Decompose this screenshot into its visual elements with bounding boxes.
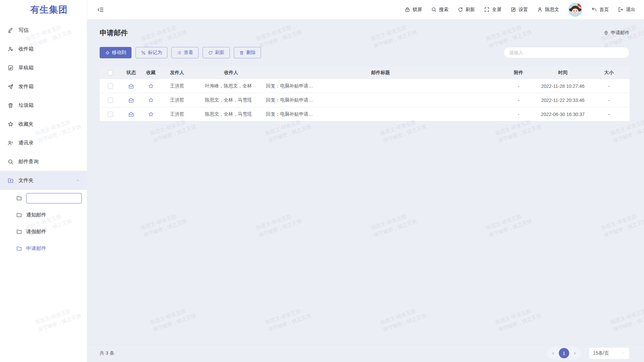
user-avatar[interactable]: [568, 3, 582, 17]
cell-favorite: [141, 93, 161, 107]
prev-page-button[interactable]: [549, 347, 557, 359]
table-row[interactable]: 王洪哲陈思文，全林，马雪瑶回复：电脑补贴申请…-2022-11-22 20:33…: [100, 93, 630, 107]
sidebar-item-contacts[interactable]: 通讯录: [0, 133, 87, 152]
breadcrumb-label: 申请邮件: [611, 30, 630, 36]
column-header-recipients: 收件人: [201, 66, 261, 79]
sidebar-item-compose[interactable]: 写信: [0, 21, 87, 40]
cell-time: 2022-11-28 10:27:46: [537, 79, 588, 93]
row-checkbox[interactable]: [108, 112, 113, 117]
folder-tree-item-label: 请假邮件: [26, 229, 46, 235]
row-checkbox[interactable]: [108, 83, 113, 89]
row-checkbox[interactable]: [108, 98, 113, 103]
home-button[interactable]: 首页: [591, 7, 609, 13]
lock-screen-button[interactable]: 锁屏: [405, 7, 422, 13]
search-input[interactable]: [503, 47, 630, 58]
inbox-icon: [7, 46, 14, 52]
sidebar-item-label: 文件夹: [18, 177, 34, 184]
folder-tree-item-folder-leave[interactable]: 请假邮件: [0, 223, 87, 240]
cell-attachment: -: [500, 79, 537, 93]
sidebar-item-favorites[interactable]: 收藏夹: [0, 115, 87, 133]
column-header-favorite: 收藏: [141, 66, 161, 79]
logout-button[interactable]: 退出: [618, 7, 635, 13]
favorite-star-icon[interactable]: [148, 83, 154, 89]
favorite-star-icon[interactable]: [148, 97, 154, 103]
sidebar-item-label: 写信: [18, 27, 29, 34]
chevron-down-icon: [621, 351, 625, 355]
sidebar-item-label: 通讯录: [18, 140, 34, 146]
table-row[interactable]: 王洪哲叶海峰，陈思文，全林回复：电脑补贴申请…-2022-11-28 10:27…: [100, 79, 630, 93]
folder-icon: [16, 212, 22, 218]
delete-button[interactable]: 删除: [234, 47, 261, 58]
refresh-list-button[interactable]: 刷新: [203, 47, 230, 58]
search-icon: [431, 7, 437, 12]
cell-favorite: [141, 79, 161, 93]
sidebar-item-inbox[interactable]: 收件箱: [0, 40, 87, 58]
collapse-menu-icon[interactable]: [97, 6, 104, 13]
cell-subject: 回复：电脑补贴申请…: [261, 79, 500, 93]
column-header-size: 大小: [588, 66, 630, 79]
home-label: 首页: [599, 7, 609, 13]
move-to-label: 移动到: [112, 50, 126, 56]
table-row[interactable]: 王洪哲陈思文，全林，马雪瑶回复：电脑补贴申请…-2022-06-30 16:30…: [100, 107, 630, 121]
sidebar-item-label: 草稿箱: [18, 65, 34, 71]
sidebar-item-junk[interactable]: 垃圾箱: [0, 96, 87, 115]
cell-recipients: 陈思文，全林，马雪瑶: [201, 93, 261, 107]
cell-checkbox: [100, 93, 121, 107]
cell-attachment: -: [500, 107, 537, 121]
refresh-button[interactable]: 刷新: [458, 7, 475, 13]
move-to-button[interactable]: 移动到: [100, 47, 131, 58]
contacts-icon: [7, 140, 14, 146]
folder-tree-item-label: 通知邮件: [26, 212, 46, 218]
mail-status-icon: [128, 83, 134, 89]
folder-tree-item-new-folder[interactable]: [0, 190, 87, 206]
refresh-icon: [458, 7, 463, 12]
page-size-select[interactable]: 15条/页: [589, 347, 630, 359]
folder-tree-item-label: 申请邮件: [26, 245, 46, 252]
new-folder-input[interactable]: [26, 193, 82, 203]
cell-favorite: [141, 107, 161, 121]
delete-label: 删除: [246, 50, 256, 56]
global-search-button[interactable]: 搜索: [431, 7, 448, 13]
sidebar-item-sent[interactable]: 发件箱: [0, 77, 87, 96]
column-header-sender: 发件人: [161, 66, 201, 79]
settings-button[interactable]: 设置: [511, 7, 528, 13]
cell-size: -: [588, 79, 630, 93]
page-size-value: 15条/页: [593, 350, 609, 356]
fullscreen-button[interactable]: 全屏: [484, 7, 501, 13]
view-button[interactable]: 查看: [171, 47, 199, 58]
sidebar-item-drafts[interactable]: 草稿箱: [0, 58, 87, 77]
current-user-label: 陈思文: [545, 7, 559, 13]
cell-checkbox: [100, 107, 121, 121]
current-user-button[interactable]: 陈思文: [537, 7, 559, 13]
mark-as-button[interactable]: 标记为: [136, 47, 167, 58]
settings-icon: [511, 7, 516, 12]
move-icon: [105, 50, 110, 55]
topbar-actions: 锁屏搜索刷新全屏设置陈思文首页退出: [405, 3, 635, 17]
folder-plus-icon: [7, 177, 14, 184]
sidebar-item-folders[interactable]: 文件夹: [0, 171, 87, 190]
folder-icon: [16, 229, 22, 235]
current-page-button[interactable]: 1: [559, 348, 569, 358]
footer: 共 3 条 1 15条/页: [87, 344, 644, 362]
star-icon: [7, 121, 14, 127]
settings-label: 设置: [519, 7, 528, 13]
chevron-left-icon: [551, 351, 555, 356]
mail-status-icon: [128, 97, 134, 103]
column-header-subject: 邮件标题: [261, 66, 500, 79]
table-header: 状态收藏发件人收件人邮件标题附件时间大小: [100, 66, 630, 79]
mark-icon: [141, 50, 146, 55]
cell-sender: 王洪哲: [161, 107, 201, 121]
favorite-star-icon[interactable]: [148, 111, 154, 117]
refresh-label: 刷新: [466, 7, 475, 13]
select-all-checkbox[interactable]: [108, 70, 113, 75]
mail-table: 状态收藏发件人收件人邮件标题附件时间大小王洪哲叶海峰，陈思文，全林回复：电脑补贴…: [100, 66, 630, 121]
folder-tree-item-folder-notice[interactable]: 通知邮件: [0, 206, 87, 223]
folder-tree-item-folder-apply[interactable]: 申请邮件: [0, 240, 87, 257]
mail-status-icon: [128, 111, 134, 117]
fullscreen-icon: [484, 7, 490, 12]
pagination: 1: [547, 347, 581, 359]
next-page-button[interactable]: [571, 347, 579, 359]
sidebar-item-mail-search[interactable]: 邮件查询: [0, 152, 87, 171]
folder-tree: 通知邮件请假邮件申请邮件: [0, 190, 87, 257]
lock-icon: [405, 7, 410, 12]
